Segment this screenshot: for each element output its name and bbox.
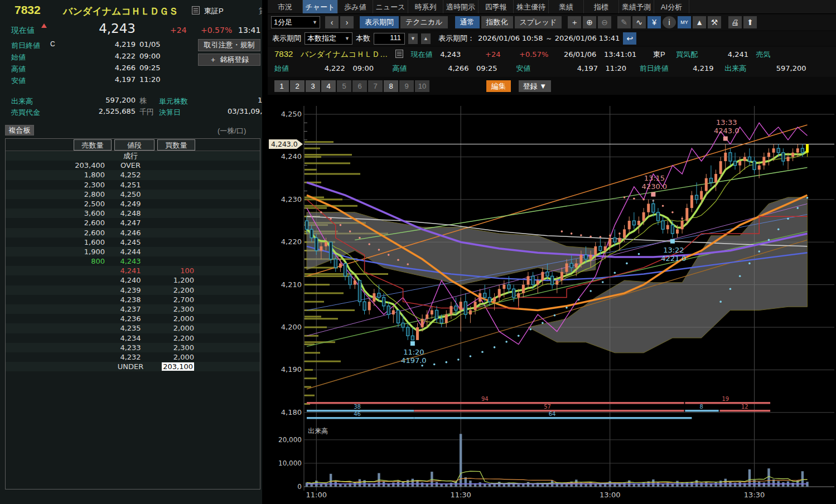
prev-close-label: 前日終値 [11,41,40,51]
book-row[interactable]: 4,2401,200 [6,275,260,285]
page-button-8[interactable]: 8 [384,80,398,92]
info-change: +24 [485,50,500,59]
book-row[interactable]: 2,6004,246 [6,228,260,238]
page-button-9[interactable]: 9 [399,80,414,92]
spread-button[interactable]: スプレッド [515,16,562,28]
tab-2[interactable]: チャート [303,0,338,13]
document-icon[interactable] [192,6,200,14]
info-icon[interactable]: i [663,16,676,28]
register-stock-button[interactable]: ＋銘柄登録 [198,54,260,66]
page-button-4[interactable]: 4 [321,80,336,92]
chart-area[interactable]: 4,2504,2404,2304,2204,2104,2004,1904,180… [268,95,836,504]
register-page-button[interactable]: 登録 ▼ [519,80,551,92]
tab-6[interactable]: 適時開示 [443,0,479,13]
book-row[interactable]: 1,6004,245 [6,238,260,247]
document-icon[interactable] [395,50,403,58]
book-row[interactable]: 4,2322,000 [6,352,260,362]
bid-value: 4,241 [728,50,748,59]
reset-range-icon[interactable]: ↩ [623,32,636,45]
book-row[interactable]: 1,9004,244 [6,247,260,256]
tab-1[interactable]: 市況 [268,0,303,13]
tab-4[interactable]: ニュース [373,0,408,13]
book-row[interactable]: 成行 [6,151,260,161]
edit-button[interactable]: 編集 [486,80,511,92]
book-row[interactable]: 1,8004,252 [6,170,260,180]
count-down-button[interactable]: ▼ [408,33,418,44]
book-row[interactable]: 2,5004,249 [6,199,260,209]
pencil-icon[interactable]: ✎ [617,16,631,28]
interval-select[interactable]: 1分足▼ [271,16,320,28]
area-chart-icon[interactable]: ▲ [693,16,706,28]
open-time: 09:00 [139,52,160,60]
book-row[interactable]: 4,2352,000 [6,323,260,333]
cursor-line-icon[interactable]: ∿ [632,16,646,28]
range-value: 2026/01/06 10:58 ～ 2026/01/06 13:41 [478,33,620,43]
trade-caution-button[interactable]: 取引注意・規制 [198,39,260,51]
tab-5[interactable]: 時系列 [408,0,443,13]
book-row[interactable]: 2,6004,247 [6,218,260,227]
tab-9[interactable]: 業績 [549,0,584,13]
wrench-icon[interactable]: ⚒ [708,16,721,28]
book-row[interactable]: 4,2332,300 [6,343,260,352]
unit-shares-value: 1 [258,96,262,104]
page-button-1[interactable]: 1 [274,80,289,92]
tab-11[interactable]: 業績予測 [619,0,654,13]
print-icon[interactable]: 🖨 [728,16,742,28]
book-row[interactable]: 4,2342,200 [6,333,260,343]
page-button-6[interactable]: 6 [352,80,367,92]
tab-7[interactable]: 四季報 [479,0,514,13]
prev-close-flag: C [50,40,55,48]
technical-button[interactable]: テクニカル [400,16,448,28]
col-price[interactable]: 値段 [114,139,154,151]
book-row[interactable]: 2,3004,251 [6,180,260,190]
add-icon[interactable]: ＋ [568,16,581,28]
tab-8[interactable]: 株主優待 [514,0,549,13]
tab-10[interactable]: 指標 [584,0,619,13]
display-period-button[interactable]: 表示期間 [360,16,399,28]
count-mode-select[interactable]: 本数指定▼ [305,32,352,45]
book-row[interactable]: 4,2392,200 [6,285,260,295]
book-row[interactable]: 4,2382,700 [6,295,260,304]
top-tabs: 市況チャート歩み値ニュース時系列適時開示四季報株主優待業績指標業績予測AI分析 [268,0,836,14]
volume-unit: 株 [139,96,147,106]
chart-svg[interactable]: 4,2504,2404,2304,2204,2104,2004,1904,180… [268,95,836,504]
page-button-3[interactable]: 3 [306,80,320,92]
zoom-out-icon[interactable]: ⊖ [598,16,611,28]
count-label: 本数 [356,33,370,43]
count-input[interactable]: 111 [374,33,405,45]
svg-text:13:30: 13:30 [744,491,765,499]
next-button[interactable]: › [340,16,354,28]
prev-button[interactable]: ‹ [325,16,339,28]
tab-12[interactable]: AI分析 [654,0,689,13]
svg-text:11:30: 11:30 [450,491,471,499]
page-button-7[interactable]: 7 [368,80,383,92]
book-row[interactable]: 203,400OVER [6,161,260,170]
book-row[interactable]: 4,241100 [6,266,260,275]
book-row[interactable]: 4,2372,300 [6,304,260,314]
book-row[interactable]: 4,2362,000 [6,314,260,323]
export-window-icon[interactable]: ⬆ [743,16,757,28]
page-button-10[interactable]: 10 [415,80,429,92]
svg-text:19: 19 [722,396,729,402]
yen-icon[interactable]: ¥ [647,16,661,28]
col-sell-qty[interactable]: 売数量 [74,139,112,151]
composite-board-button[interactable]: 複合板 [5,125,34,135]
indexed-button[interactable]: 指数化 [481,16,513,28]
chevron-down-icon: ▼ [308,20,317,25]
tab-3[interactable]: 歩み値 [338,0,373,13]
period-label: 表示期間 [272,33,301,43]
count-up-button[interactable]: ▲ [421,33,431,44]
normal-button[interactable]: 通常 [455,16,480,28]
book-row[interactable]: 2,8004,250 [6,190,260,199]
book-row[interactable]: 8004,243 [6,256,260,266]
page-button-5[interactable]: 5 [337,80,351,92]
info-date: 26/01/06 [564,50,596,59]
zoom-in-icon[interactable]: ⊕ [583,16,596,28]
svg-text:4,190: 4,190 [281,365,302,374]
chart-panel: 市況チャート歩み値ニュース時系列適時開示四季報株主優待業績指標業績予測AI分析 … [268,0,836,504]
page-button-2[interactable]: 2 [290,80,305,92]
book-row[interactable]: 3,6004,248 [6,209,260,218]
my-chart-icon[interactable]: MY [678,16,691,28]
book-row[interactable]: UNDER203,100 [6,362,260,371]
col-buy-qty[interactable]: 買数量 [157,139,195,151]
